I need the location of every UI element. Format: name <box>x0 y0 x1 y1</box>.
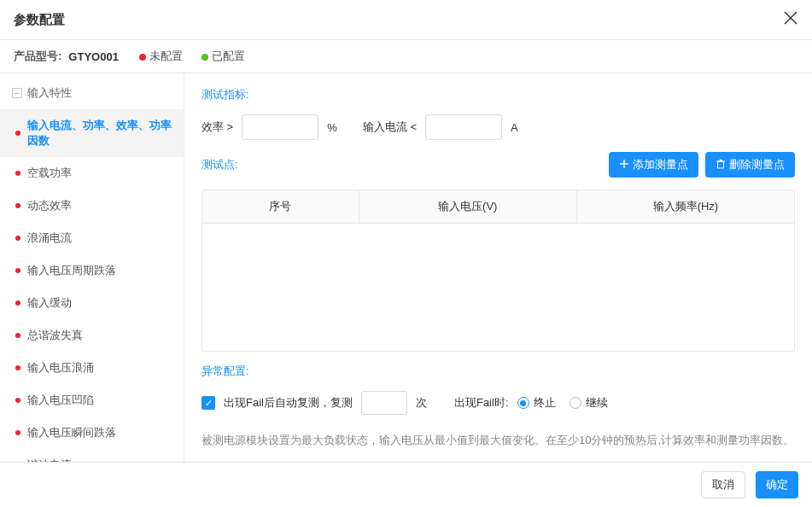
sidebar-item-input-voltage-cycle-drop[interactable]: 输入电压周期跌落 <box>0 254 184 287</box>
dialog-footer: 取消 确定 <box>0 462 812 507</box>
efficiency-unit: % <box>327 121 337 134</box>
product-model-label: 产品型号: <box>14 49 61 64</box>
sidebar-item-label: 浪涌电流 <box>27 230 72 246</box>
radio-unchecked-icon <box>570 397 581 409</box>
table-col-frequency: 输入频率(Hz) <box>577 190 794 223</box>
sidebar-item-label: 输入电压浪涌 <box>27 360 94 376</box>
sidebar-item-input-current-power[interactable]: 输入电流、功率、效率、功率因数 <box>0 109 184 157</box>
status-dot-icon <box>15 131 20 136</box>
input-current-unit: A <box>511 121 518 134</box>
input-current-input[interactable] <box>425 114 502 140</box>
collapse-minus-icon: − <box>12 88 22 98</box>
sidebar-item-label: 总谐波失真 <box>27 328 83 343</box>
test-point-toolbar: 测试点: 添加测量点 删除测量点 <box>202 152 795 178</box>
retest-checkbox[interactable]: ✓ <box>202 396 215 410</box>
status-dot-icon <box>15 398 20 403</box>
trash-icon <box>716 159 726 172</box>
sidebar-item-label: 输入缓动 <box>27 295 72 311</box>
radio-continue-label: 继续 <box>586 395 608 411</box>
table-col-voltage: 输入电压(V) <box>359 190 577 223</box>
dialog-title: 参数配置 <box>14 12 65 28</box>
retest-suffix: 次 <box>416 395 427 411</box>
sidebar-item-label: 输入电压凹陷 <box>27 393 94 408</box>
status-dot-icon <box>15 333 20 338</box>
sidebar-item-harmonic-current[interactable]: 谐波电流 <box>0 449 184 462</box>
add-point-button[interactable]: 添加测量点 <box>609 152 698 178</box>
status-dot-icon <box>15 236 20 241</box>
main-panel: 测试指标: 效率 > % 输入电流 < A 测试点: 添加测量点 <box>184 73 812 462</box>
sidebar-item-dynamic-efficiency[interactable]: 动态效率 <box>0 189 184 222</box>
add-point-label: 添加测量点 <box>633 157 688 172</box>
svg-rect-4 <box>718 161 724 168</box>
radio-stop[interactable]: 终止 <box>517 395 556 411</box>
sidebar-item-label: 输入电压瞬间跌落 <box>27 425 116 440</box>
radio-stop-label: 终止 <box>534 395 556 411</box>
sidebar-group-input[interactable]: − 输入特性 <box>0 77 184 109</box>
sidebar: − 输入特性 输入电流、功率、效率、功率因数 空载功率 动态效率 浪涌电流 输入… <box>0 73 184 462</box>
sidebar-item-input-slow[interactable]: 输入缓动 <box>0 287 184 319</box>
dialog-header: 参数配置 <box>0 0 812 40</box>
table-header: 序号 输入电压(V) 输入频率(Hz) <box>202 190 794 224</box>
radio-continue[interactable]: 继续 <box>570 395 608 411</box>
sidebar-item-input-voltage-instant-drop[interactable]: 输入电压瞬间跌落 <box>0 417 184 449</box>
test-metric-label: 测试指标: <box>202 87 795 102</box>
sidebar-item-no-load-power[interactable]: 空载功率 <box>0 157 184 189</box>
sidebar-item-thd[interactable]: 总谐波失真 <box>0 319 184 352</box>
test-point-label: 测试点: <box>202 157 238 172</box>
on-fail-label: 出现Fail时: <box>454 395 509 411</box>
retest-label: 出现Fail后自动复测，复测 <box>224 395 353 411</box>
confirm-button[interactable]: 确定 <box>756 471 798 498</box>
product-info-bar: 产品型号: GTYO001 未配置 已配置 <box>0 40 812 73</box>
efficiency-input[interactable] <box>242 114 318 140</box>
cancel-button[interactable]: 取消 <box>701 471 745 498</box>
efficiency-label: 效率 > <box>202 119 233 135</box>
description-text: 被测电源模块设置为最大负载状态，输入电压从最小值到最大值变化。在至少10分钟的预… <box>202 433 795 448</box>
status-dot-icon <box>15 430 20 435</box>
sidebar-item-label: 输入电流、功率、效率、功率因数 <box>27 118 172 149</box>
legend-unconfigured: 未配置 <box>139 49 183 64</box>
legend-configured: 已配置 <box>202 49 245 64</box>
sidebar-item-label: 空载功率 <box>27 166 72 181</box>
sidebar-item-input-voltage-dip[interactable]: 输入电压凹陷 <box>0 384 184 417</box>
test-metric-row: 效率 > % 输入电流 < A <box>202 114 795 140</box>
delete-point-button[interactable]: 删除测量点 <box>705 152 795 178</box>
on-fail-radio-group: 终止 继续 <box>517 395 608 411</box>
sidebar-group-label: 输入特性 <box>27 85 72 101</box>
green-dot-icon <box>202 54 208 61</box>
test-point-table: 序号 输入电压(V) 输入频率(Hz) <box>202 189 795 352</box>
radio-checked-icon <box>517 397 529 409</box>
exception-config-label: 异常配置: <box>202 364 795 379</box>
sidebar-item-inrush-current[interactable]: 浪涌电流 <box>0 222 184 254</box>
retest-count-input[interactable] <box>361 391 407 415</box>
status-dot-icon <box>15 203 20 208</box>
status-dot-icon <box>15 365 20 370</box>
status-dot-icon <box>15 300 20 306</box>
status-dot-icon <box>15 171 20 176</box>
sidebar-item-input-voltage-surge[interactable]: 输入电压浪涌 <box>0 352 184 384</box>
plus-icon <box>619 159 629 172</box>
sidebar-item-label: 输入电压周期跌落 <box>27 263 116 278</box>
red-dot-icon <box>139 54 146 61</box>
sidebar-item-label: 动态效率 <box>27 198 72 213</box>
table-col-seq: 序号 <box>202 190 359 223</box>
product-model-value: GTYO001 <box>68 50 119 63</box>
status-dot-icon <box>15 268 20 273</box>
input-current-label: 输入电流 < <box>363 119 417 135</box>
close-icon[interactable] <box>783 10 798 29</box>
exception-row: ✓ 出现Fail后自动复测，复测 次 出现Fail时: 终止 继续 <box>202 391 795 415</box>
delete-point-label: 删除测量点 <box>729 157 785 172</box>
